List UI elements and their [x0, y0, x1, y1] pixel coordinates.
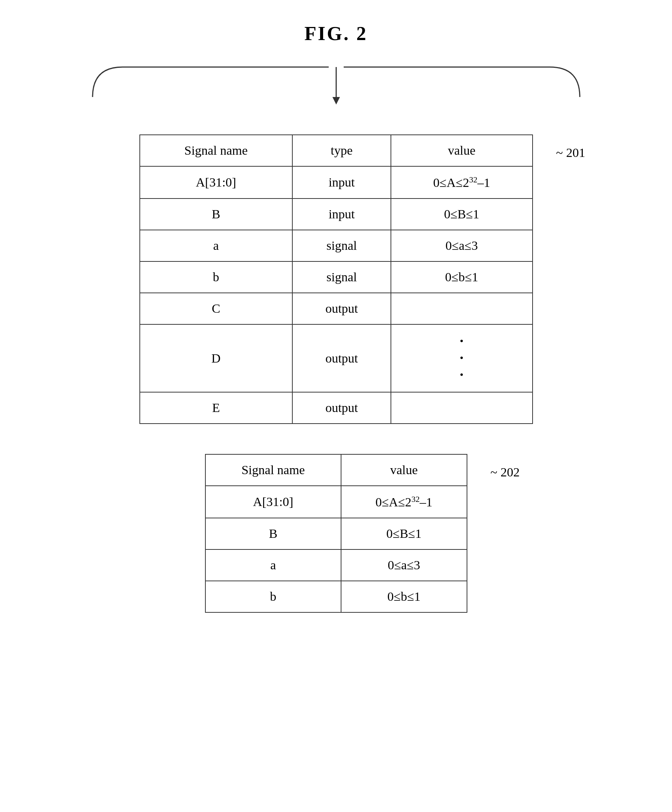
table-201-label: ~ 201 [556, 146, 585, 160]
cell-value: 0≤B≤1 [391, 198, 532, 230]
cell-signal-name: a [140, 230, 293, 261]
cell-signal-name: B [140, 198, 293, 230]
cell-type: output [292, 324, 391, 392]
cell-signal-name: D [140, 324, 293, 392]
table-202-label: ~ 202 [491, 465, 520, 479]
cell-value: 0≤b≤1 [341, 581, 467, 612]
table-201: Signal name type value A[31:0] input 0≤A… [139, 135, 533, 424]
table-row: b signal 0≤b≤1 [140, 261, 533, 293]
header-type: type [292, 135, 391, 166]
cell-signal-name: B [205, 518, 341, 549]
cell-dots: ••• [391, 324, 532, 392]
cell-value [391, 392, 532, 424]
cell-value: 0≤B≤1 [341, 518, 467, 549]
cell-signal-name: C [140, 293, 293, 324]
cell-type: input [292, 198, 391, 230]
table-row: C output [140, 293, 533, 324]
cell-value [391, 293, 532, 324]
table-row: a signal 0≤a≤3 [140, 230, 533, 261]
table-202: Signal name value A[31:0] 0≤A≤232–1 B 0≤… [205, 454, 467, 613]
table-row: A[31:0] input 0≤A≤232–1 [140, 166, 533, 198]
cell-value: 0≤a≤3 [391, 230, 532, 261]
brace-container [74, 60, 598, 104]
cell-value: 0≤A≤232–1 [341, 486, 467, 518]
header-value-2: value [341, 454, 467, 486]
cell-type: signal [292, 230, 391, 261]
header-signal-name: Signal name [140, 135, 293, 166]
table-row: E output [140, 392, 533, 424]
cell-signal-name: E [140, 392, 293, 424]
table-row: D output ••• [140, 324, 533, 392]
brace-svg [74, 60, 598, 104]
header-signal-name-2: Signal name [205, 454, 341, 486]
cell-signal-name: b [205, 581, 341, 612]
header-value: value [391, 135, 532, 166]
cell-type: output [292, 392, 391, 424]
table-row: b 0≤b≤1 [205, 581, 467, 612]
cell-signal-name: A[31:0] [205, 486, 341, 518]
cell-value: 0≤b≤1 [391, 261, 532, 293]
figure-title: FIG. 2 [30, 22, 642, 44]
cell-value: 0≤A≤232–1 [391, 166, 532, 198]
table-row: B 0≤B≤1 [205, 518, 467, 549]
cell-type: signal [292, 261, 391, 293]
cell-signal-name: b [140, 261, 293, 293]
table-row: A[31:0] 0≤A≤232–1 [205, 486, 467, 518]
table-row: B input 0≤B≤1 [140, 198, 533, 230]
cell-value: 0≤a≤3 [341, 549, 467, 581]
cell-type: output [292, 293, 391, 324]
svg-marker-1 [332, 97, 340, 104]
cell-type: input [292, 166, 391, 198]
cell-signal-name: a [205, 549, 341, 581]
table-row: a 0≤a≤3 [205, 549, 467, 581]
table-202-wrapper: ~ 202 Signal name value A[31:0] 0≤A≤232–… [205, 454, 467, 613]
table-201-wrapper: ~ 201 Signal name type value A[31:0] inp… [139, 135, 533, 424]
cell-signal-name: A[31:0] [140, 166, 293, 198]
